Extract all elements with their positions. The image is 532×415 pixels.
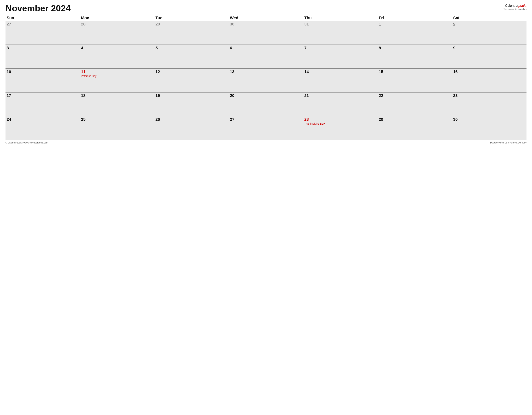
calendar-week-row: 17181920212223 — [6, 92, 526, 116]
calendar-day-cell: 30 — [229, 21, 303, 45]
day-number: 30 — [453, 117, 525, 122]
col-sat: Sat — [452, 15, 526, 21]
calendar-day-cell: 9 — [452, 45, 526, 69]
calendar-day-cell: 13 — [229, 69, 303, 92]
calendar-day-cell: 18 — [80, 92, 154, 116]
day-number: 18 — [81, 93, 153, 98]
col-tue: Tue — [154, 15, 229, 21]
calendar-week-row: 1011Veterans Day1213141516 — [6, 69, 526, 92]
col-wed: Wed — [229, 15, 303, 21]
calendar-day-cell: 4 — [80, 45, 154, 69]
calendar-day-cell: 22 — [378, 92, 452, 116]
calendar-week-row: 2425262728Thanksgiving Day2930 — [6, 116, 526, 140]
calendar-day-cell: 12 — [154, 69, 229, 92]
calendar-day-cell: 27 — [229, 116, 303, 140]
brand-tagline: Your source for calendars — [504, 8, 526, 10]
calendar-day-cell: 29 — [154, 21, 229, 45]
day-number: 23 — [453, 93, 525, 98]
col-thu: Thu — [303, 15, 378, 21]
calendar-day-cell: 29 — [378, 116, 452, 140]
col-mon: Mon — [80, 15, 154, 21]
day-number: 9 — [453, 46, 525, 50]
day-number: 15 — [379, 69, 451, 74]
day-number: 29 — [155, 22, 228, 27]
calendar-day-cell: 25 — [80, 116, 154, 140]
day-number: 27 — [230, 117, 302, 122]
day-number: 20 — [230, 93, 302, 98]
day-number: 19 — [155, 93, 228, 98]
calendar-day-cell: 19 — [154, 92, 229, 116]
day-number: 28 — [304, 117, 377, 122]
calendar-day-cell: 5 — [154, 45, 229, 69]
brand-name: Calendarpedia — [504, 4, 526, 8]
day-number: 28 — [81, 22, 153, 27]
day-number: 27 — [7, 22, 79, 27]
day-number: 10 — [7, 69, 79, 74]
day-number: 21 — [304, 93, 377, 98]
calendar-day-cell: 24 — [6, 116, 80, 140]
calendar-day-cell: 2 — [452, 21, 526, 45]
calendar-day-cell: 16 — [452, 69, 526, 92]
day-number: 24 — [7, 117, 79, 122]
day-number: 5 — [155, 46, 228, 50]
calendar-day-cell: 28 — [80, 21, 154, 45]
day-number: 6 — [230, 46, 302, 50]
month-title: November 2024 — [6, 4, 71, 13]
day-number: 3 — [7, 46, 79, 50]
day-number: 26 — [155, 117, 228, 122]
holiday-name: Veterans Day — [81, 74, 153, 77]
calendar-week-row: 3456789 — [6, 45, 526, 69]
disclaimer-text: Data provided 'as is' without warranty — [490, 141, 526, 144]
calendar-day-cell: 30 — [452, 116, 526, 140]
calendar-day-cell: 11Veterans Day — [80, 69, 154, 92]
day-number: 1 — [379, 22, 451, 27]
day-number: 17 — [7, 93, 79, 98]
calendar-week-row: 272829303112 — [6, 21, 526, 45]
page-footer: © Calendarpedia® www.calendarpedia.com D… — [6, 141, 526, 144]
calendar-day-cell: 21 — [303, 92, 378, 116]
calendar-day-cell: 20 — [229, 92, 303, 116]
copyright-text: © Calendarpedia® www.calendarpedia.com — [6, 141, 48, 144]
col-sun: Sun — [6, 15, 80, 21]
day-number: 30 — [230, 22, 302, 27]
calendar-day-cell: 7 — [303, 45, 378, 69]
day-number: 12 — [155, 69, 228, 74]
day-number: 7 — [304, 46, 377, 50]
day-number: 8 — [379, 46, 451, 50]
col-fri: Fri — [378, 15, 452, 21]
day-number: 16 — [453, 69, 525, 74]
calendar-day-cell: 8 — [378, 45, 452, 69]
day-number: 13 — [230, 69, 302, 74]
day-number: 25 — [81, 117, 153, 122]
day-number: 14 — [304, 69, 377, 74]
day-number: 11 — [81, 69, 153, 74]
calendar-day-cell: 27 — [6, 21, 80, 45]
calendar-day-cell: 10 — [6, 69, 80, 92]
day-number: 4 — [81, 46, 153, 50]
calendar-day-cell: 3 — [6, 45, 80, 69]
calendar-day-cell: 28Thanksgiving Day — [303, 116, 378, 140]
calendar-day-cell: 14 — [303, 69, 378, 92]
page-header: November 2024 Calendarpedia Your source … — [6, 4, 526, 13]
calendar-day-cell: 6 — [229, 45, 303, 69]
day-number: 22 — [379, 93, 451, 98]
calendar-day-cell: 1 — [378, 21, 452, 45]
day-number: 31 — [304, 22, 377, 27]
calendar-day-cell: 15 — [378, 69, 452, 92]
calendar-day-cell: 17 — [6, 92, 80, 116]
calendar-day-cell: 31 — [303, 21, 378, 45]
calendar-day-cell: 26 — [154, 116, 229, 140]
calendar-header-row: Sun Mon Tue Wed Thu Fri Sat — [6, 15, 526, 21]
day-number: 2 — [453, 22, 525, 27]
calendar-day-cell: 23 — [452, 92, 526, 116]
calendar-table: Sun Mon Tue Wed Thu Fri Sat 272829303112… — [6, 15, 526, 140]
day-number: 29 — [379, 117, 451, 122]
holiday-name: Thanksgiving Day — [304, 122, 377, 125]
brand-italic: pedia — [518, 4, 526, 8]
brand-logo: Calendarpedia Your source for calendars — [504, 4, 526, 11]
